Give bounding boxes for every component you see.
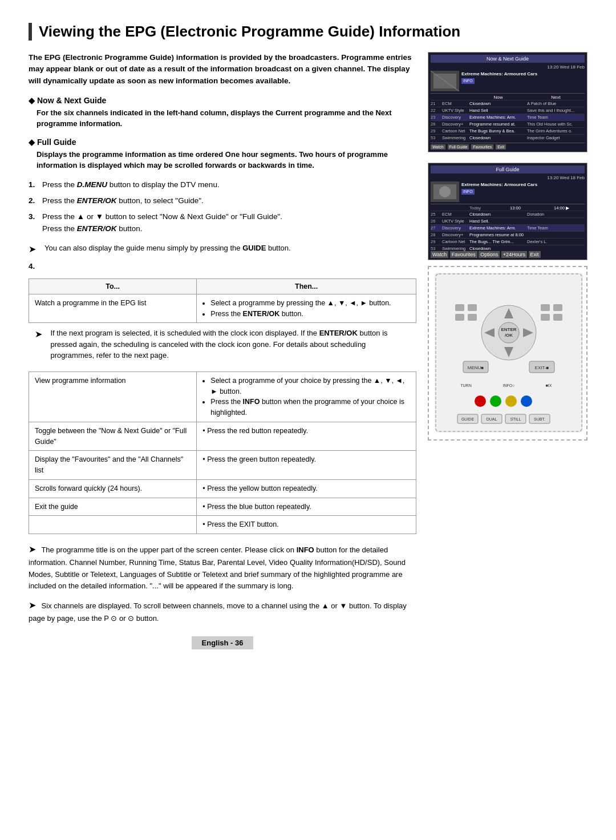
full-guide-body: Displays the programme information as ti… bbox=[29, 149, 416, 171]
fg-prog-28-2 bbox=[527, 232, 585, 237]
ch-name-discovery-plus: Discovery+ bbox=[442, 122, 469, 127]
table-cell-then-view: Select a programme of your choice by pre… bbox=[197, 371, 416, 422]
svg-text:EXIT-■: EXIT-■ bbox=[535, 365, 549, 370]
ch-num-28: 28 bbox=[431, 122, 442, 127]
prog-now-23: Extreme Machines: Arm. bbox=[469, 115, 527, 120]
prog-next-28: This Old House with Sc. bbox=[527, 122, 585, 127]
step-2: 2. Press the ENTER/OK button, to select … bbox=[29, 195, 416, 207]
now-next-epg-screen: Now & Next Guide 13:20 Wed 18 Feb Extrem… bbox=[428, 52, 587, 152]
fg-prog-28-1: Programmes resume at 8:00 bbox=[469, 232, 527, 237]
epg-header-now: Now bbox=[469, 95, 527, 100]
table-row-watch: Watch a programme in the EPG list Select… bbox=[29, 294, 416, 323]
fg-footer-watch: Watch bbox=[431, 251, 448, 258]
right-column: Now & Next Guide 13:20 Wed 18 Feb Extrem… bbox=[428, 52, 587, 649]
epg-now-next-badge: INFO bbox=[461, 78, 475, 84]
bottom-note-2: ➤ Six channels are displayed. To scroll … bbox=[29, 598, 416, 624]
table-row-scroll-fwd: Exit the guide • Press the blue button r… bbox=[29, 498, 416, 516]
table-cell-then-scrollback: • Press the yellow button repeatedly. bbox=[197, 479, 416, 498]
prog-now-53: Closedown bbox=[469, 135, 527, 140]
table-cell-to-watch: Watch a programme in the EPG list bbox=[29, 294, 197, 323]
table-row-scroll-back: Scrolls forward quickly (24 hours). • Pr… bbox=[29, 479, 416, 498]
table-cell-to-scrollfwd: Exit the guide bbox=[29, 498, 197, 516]
watch-step-1: Select a programme by pressing the ▲, ▼,… bbox=[210, 298, 410, 309]
fg-prog-53-1: Closedown bbox=[469, 246, 527, 251]
view-step-1: Select a programme of your choice by pre… bbox=[210, 375, 410, 397]
watch-step-2: Press the ENTER/OK button. bbox=[210, 309, 410, 320]
svg-text:STILL: STILL bbox=[510, 417, 521, 421]
svg-point-22 bbox=[475, 395, 486, 407]
step-1: 1. Press the D.MENU button to display th… bbox=[29, 179, 416, 191]
fg-prog-29-1: The Bugs... The Grim... bbox=[469, 239, 527, 244]
fg-ch-num-53: 53 bbox=[431, 246, 442, 251]
ch-num-21: 21 bbox=[431, 101, 442, 106]
svg-point-5 bbox=[439, 186, 451, 197]
table-cell-then-fav: • Press the green button repeatedly. bbox=[197, 451, 416, 480]
svg-point-23 bbox=[490, 395, 501, 407]
fg-ch-num-26: 26 bbox=[431, 219, 442, 224]
table-cell-to-view: View programme information bbox=[29, 371, 197, 422]
table-row-view-info: View programme information Select a prog… bbox=[29, 371, 416, 422]
guide-button-note: ➤ You can also display the guide menu si… bbox=[29, 243, 416, 256]
fg-prog-53-2 bbox=[527, 246, 585, 251]
epg-full-guide-time-headers: Today 13:00 14:00 ▶ bbox=[431, 204, 585, 211]
step-1-num: 1. bbox=[29, 179, 38, 191]
step-3-text: Press the ▲ or ▼ button to select "Now &… bbox=[42, 211, 282, 235]
table-cell-to-scrollback: Scrolls forward quickly (24 hours). bbox=[29, 479, 197, 498]
epg-row-23: 23 Discovery Extreme Machines: Arm. Time… bbox=[431, 114, 585, 120]
fg-row-26: 26 UKTV Style Hand Sell. bbox=[431, 217, 585, 224]
prog-next-21: A Patch of Blue bbox=[527, 101, 585, 106]
epg-now-next-datetime: 13:20 Wed 18 Feb bbox=[431, 64, 585, 70]
svg-rect-38 bbox=[541, 304, 550, 311]
fg-footer-fav: Favourites bbox=[450, 251, 477, 258]
epg-full-guide-datetime: 13:20 Wed 18 Feb bbox=[431, 175, 585, 180]
col-to: To... bbox=[29, 278, 197, 294]
note-arrow-icon: ➤ bbox=[35, 328, 46, 361]
fg-prog-25-2: Donation bbox=[527, 212, 585, 217]
prog-now-29: The Bugs Bunny & Bea. bbox=[469, 128, 527, 134]
svg-rect-40 bbox=[541, 314, 550, 321]
step-2-text: Press the ENTER/OK button, to select "Gu… bbox=[42, 195, 204, 207]
svg-text:TURN: TURN bbox=[460, 383, 471, 387]
fg-prog-26-1: Hand Sell. bbox=[469, 219, 527, 224]
table-cell-then-watch: Select a programme by pressing the ▲, ▼,… bbox=[197, 294, 416, 323]
arrow-icon: ➤ bbox=[29, 243, 40, 256]
step-3: 3. Press the ▲ or ▼ button to select "No… bbox=[29, 211, 416, 235]
table-row-toggle: Toggle between the "Now & Next Guide" or… bbox=[29, 422, 416, 451]
table-row-favourites: Display the "Favourites" and the "All Ch… bbox=[29, 451, 416, 480]
ch-name-discovery: Discovery bbox=[442, 115, 469, 120]
epg-full-guide-thumb bbox=[431, 181, 459, 202]
epg-row-21: 21 ECM Closedown A Patch of Blue bbox=[431, 100, 585, 107]
now-next-title: Now & Next Guide bbox=[29, 96, 416, 105]
epg-row-53: 53 Swimmering Closedown Inspector Gadget bbox=[431, 134, 585, 141]
table-row-exit: • Press the EXIT button. bbox=[29, 516, 416, 534]
epg-row-29: 29 Cartoon Net The Bugs Bunny & Bea. The… bbox=[431, 127, 585, 134]
svg-text:INFO○: INFO○ bbox=[503, 383, 515, 387]
footer-full-guide: Full Guide bbox=[448, 144, 469, 150]
epg-header-next: Next bbox=[527, 95, 585, 100]
fg-footer-24h: +24Hours bbox=[501, 251, 527, 258]
fg-prog-29-2: Dexter's L. bbox=[527, 239, 585, 244]
epg-row-28: 28 Discovery+ Programme resumed at. This… bbox=[431, 120, 585, 127]
english-badge: English - 36 bbox=[192, 636, 254, 649]
fg-prog-26-2 bbox=[527, 219, 585, 224]
fg-ch-num-27: 27 bbox=[431, 225, 442, 231]
table-cell-to-fav: Display the "Favourites" and the "All Ch… bbox=[29, 451, 197, 480]
step-3-num: 3. bbox=[29, 211, 38, 235]
svg-text:DUAL: DUAL bbox=[487, 417, 497, 421]
epg-full-guide-footer: Watch Favourites Options +24Hours Exit bbox=[431, 252, 585, 257]
svg-rect-39 bbox=[553, 304, 562, 311]
ch-num-29: 29 bbox=[431, 128, 442, 134]
fg-ch-name-discovery-plus: Discovery+ bbox=[442, 232, 469, 237]
footer-exit: Exit bbox=[496, 144, 506, 150]
table-cell-then-scrollfwd: • Press the blue button repeatedly. bbox=[197, 498, 416, 516]
full-guide-title: Full Guide bbox=[29, 138, 416, 147]
svg-rect-37 bbox=[468, 314, 477, 321]
step-4-block: 4. To... Then... Watch a programme in th… bbox=[29, 262, 416, 534]
svg-rect-41 bbox=[553, 314, 562, 321]
bottom-notes: ➤ The programme title is on the upper pa… bbox=[29, 542, 416, 624]
svg-point-24 bbox=[505, 395, 517, 407]
epg-now-next-program: Extreme Machines: Armoured Cars bbox=[461, 71, 537, 77]
fg-ch-name-discovery: Discovery bbox=[442, 225, 469, 231]
left-column: The EPG (Electronic Programme Guide) inf… bbox=[29, 52, 416, 649]
ch-name-swim: Swimmering bbox=[442, 135, 469, 140]
